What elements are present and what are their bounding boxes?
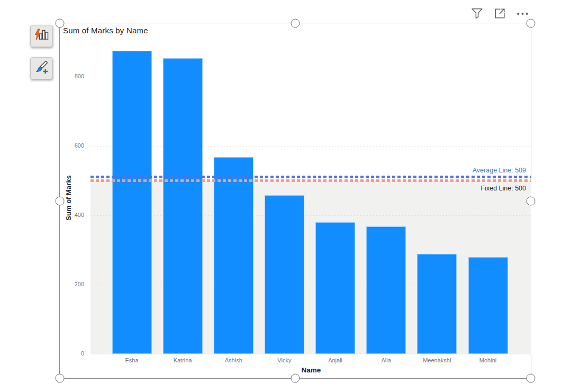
more-options-icon[interactable] [515,6,530,21]
fixed-line-shade-area [90,181,531,354]
gridline-y-0 [90,354,531,354]
visual-header-toolbar [470,6,530,21]
average-reference-line [90,176,531,178]
resize-handle-middle-right[interactable] [527,196,536,205]
x-tick-label-vicky: Vicky [259,357,310,363]
bar-alia[interactable] [366,226,406,354]
visual-title: Sum of Marks by Name [63,26,148,35]
average-line-label: Average Line: 509 [473,167,526,174]
resize-handle-bottom-right[interactable] [527,374,536,383]
analyze-visual-button[interactable] [30,25,52,47]
y-tick-label-0: 0 [62,350,84,357]
filter-funnel-icon[interactable] [470,6,484,21]
format-visual-button[interactable] [30,57,52,79]
bar-chart-lightning-icon [34,28,49,44]
x-tick-label-meenakshi: Meenakshi [411,357,463,363]
visual-container[interactable]: Sum of Marks by Name Sum of Marks Name A… [59,23,531,379]
y-tick-label-400: 400 [62,212,84,218]
resize-handle-bottom-middle[interactable] [291,374,300,383]
x-tick-label-katrina: Katrina [157,357,209,363]
x-tick-label-anjali: Anjali [310,357,361,363]
bar-vicky[interactable] [265,195,304,354]
focus-mode-icon[interactable] [493,6,507,21]
resize-handle-top-right[interactable] [527,19,536,28]
gridline-y-400 [90,215,531,216]
x-axis-title: Name [302,366,321,374]
y-tick-label-800: 800 [62,73,84,79]
bar-meenakshi[interactable] [417,254,457,354]
y-tick-label-200: 200 [62,281,84,287]
bar-esha[interactable] [112,51,152,354]
gridline-y-800 [90,77,531,77]
gridline-y-200 [90,285,531,285]
resize-handle-middle-left[interactable] [56,196,65,205]
resize-handle-top-middle[interactable] [291,19,300,28]
y-tick-label-600: 600 [62,142,84,149]
x-tick-label-esha: Esha [106,357,158,363]
x-tick-label-mohini: Mohini [463,357,514,363]
bar-mohini[interactable] [468,257,508,354]
fixed-reference-line [90,179,531,182]
fixed-line-label: Fixed Line: 500 [481,185,526,192]
x-tick-label-alia: Alia [360,357,412,363]
x-tick-label-ashish: Ashish [208,357,259,363]
bar-anjali[interactable] [315,222,355,354]
resize-handle-bottom-left[interactable] [56,374,65,383]
paintbrush-plus-icon [34,60,49,77]
bar-katrina[interactable] [163,58,203,354]
gridline-y-600 [90,146,531,147]
resize-handle-top-left[interactable] [56,19,65,28]
bar-ashish[interactable] [214,157,253,354]
